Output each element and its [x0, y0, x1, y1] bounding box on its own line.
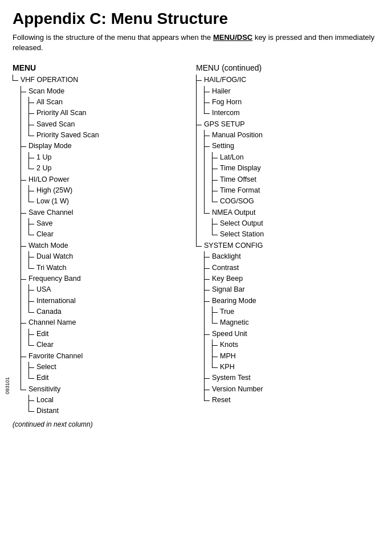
list-item: Knots [212, 340, 379, 350]
list-item: Save [28, 218, 196, 229]
list-item: Manual Position [204, 130, 379, 141]
list-item: HAIL/FOG/ICHailerFog HornIntercom [196, 75, 379, 119]
list-item: All Scan [28, 97, 196, 108]
list-item: Select Output [212, 218, 379, 229]
list-item: VHF OPERATIONScan ModeAll ScanPriority A… [13, 75, 196, 417]
list-item: Tri Watch [28, 263, 196, 273]
list-item: Channel NameEditClear [21, 317, 196, 350]
list-item: Magnetic [212, 317, 379, 328]
list-item: Canada [28, 306, 196, 317]
list-item: SYSTEM CONFIGBacklightContrastKey BeepSi… [196, 240, 379, 406]
list-item: Lat/Lon [212, 152, 379, 163]
list-item: Select Station [212, 229, 379, 240]
bottom-note: (continued in next column) [13, 420, 196, 428]
list-item: Priority Saved Scan [28, 130, 196, 141]
list-item: 2 Up [28, 163, 196, 174]
list-item: Low (1 W) [28, 196, 196, 207]
list-item: Hailer [204, 86, 379, 97]
list-item: International [28, 296, 196, 306]
side-label: 093101 [5, 377, 10, 394]
list-item: USA [28, 284, 196, 295]
list-item: Edit [28, 373, 196, 383]
list-item: Signal Bar [204, 284, 379, 295]
list-item: Favorite ChannelSelectEdit [21, 351, 196, 384]
list-item: Clear [28, 340, 196, 350]
list-item: COG/SOG [212, 196, 379, 207]
list-item: Distant [28, 406, 196, 416]
list-item: HI/LO PowerHigh (25W)Low (1 W) [21, 174, 196, 207]
list-item: Watch ModeDual WatchTri Watch [21, 240, 196, 273]
list-item: Contrast [204, 263, 379, 273]
list-item: Speed UnitKnotsMPHKPH [204, 329, 379, 373]
list-item: Bearing ModeTrueMagnetic [204, 296, 379, 329]
list-item: Edit [28, 329, 196, 340]
list-item: SensitivityLocalDistant [21, 384, 196, 417]
list-item: Key Beep [204, 273, 379, 284]
left-menu-label: MENU [13, 63, 196, 72]
list-item: 1 Up [28, 152, 196, 163]
list-item: High (25W) [28, 185, 196, 196]
list-item: Scan ModeAll ScanPriority All ScanSaved … [21, 86, 196, 141]
list-item: Priority All Scan [28, 108, 196, 118]
list-item: GPS SETUPManual PositionSettingLat/LonTi… [196, 119, 379, 240]
list-item: Reset [204, 395, 379, 406]
list-item: SettingLat/LonTime DisplayTime OffsetTim… [204, 141, 379, 207]
list-item: Time Offset [212, 174, 379, 185]
list-item: True [212, 306, 379, 317]
list-item: Display Mode1 Up2 Up [21, 141, 196, 174]
list-item: Dual Watch [28, 251, 196, 262]
list-item: MPH [212, 351, 379, 362]
list-item: Select [28, 362, 196, 373]
right-menu-label: MENU (continued) [196, 63, 379, 72]
intro-text: Following is the structure of the menu t… [13, 32, 379, 53]
list-item: NMEA OutputSelect OutputSelect Station [204, 207, 379, 240]
list-item: Intercom [204, 108, 379, 118]
left-tree: VHF OPERATIONScan ModeAll ScanPriority A… [13, 75, 196, 417]
list-item: Backlight [204, 251, 379, 262]
list-item: Clear [28, 229, 196, 240]
list-item: Version Number [204, 384, 379, 395]
list-item: Fog Horn [204, 97, 379, 108]
list-item: Saved Scan [28, 119, 196, 130]
list-item: KPH [212, 362, 379, 373]
list-item: Local [28, 395, 196, 406]
list-item: Time Format [212, 185, 379, 196]
list-item: Frequency BandUSAInternationalCanada [21, 273, 196, 318]
list-item: Save ChannelSaveClear [21, 207, 196, 240]
list-item: Time Display [212, 163, 379, 174]
right-tree: HAIL/FOG/ICHailerFog HornIntercomGPS SET… [196, 75, 379, 406]
list-item: System Test [204, 373, 379, 383]
page-title: Appendix C: Menu Structure [13, 10, 379, 28]
